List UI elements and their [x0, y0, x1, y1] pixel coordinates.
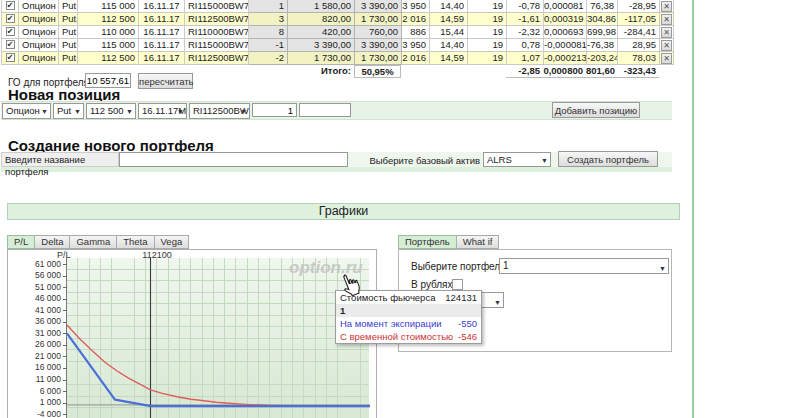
delete-row-button[interactable]: ✕	[661, 40, 672, 51]
cell-strike: 112 500	[78, 52, 139, 65]
cell-strike: 115 000	[78, 39, 139, 52]
charts-header: Графики	[7, 203, 680, 220]
pl-chart-plot[interactable]	[66, 258, 369, 418]
base-asset-label: Выберите базовый актив	[352, 155, 480, 166]
tab-theta[interactable]: Theta	[117, 235, 154, 249]
tooltip-timevalue-label: С временной стоимостью	[340, 332, 453, 342]
cell-days: 19	[468, 52, 507, 65]
cell-days: 19	[468, 0, 507, 13]
y-tick-label: 1 000	[11, 398, 61, 407]
tab-p-l[interactable]: P/L	[7, 235, 35, 249]
tooltip-timevalue-value: -546	[458, 332, 477, 342]
cell-expiry: 16.11.17	[139, 52, 185, 65]
add-position-button[interactable]: Добавить позицию	[552, 102, 640, 118]
cell-expiry: 16.11.17	[139, 13, 185, 26]
option-ru-portfolio-page: ✔ОпционPut115 00016.11.17RI115000BW711 5…	[0, 0, 800, 418]
portfolio-name-label: Введите название портфеля	[1, 152, 119, 167]
cell-price: 3 390,00	[288, 39, 355, 52]
cell-rub: 78,03	[618, 52, 660, 65]
row-checkbox[interactable]: ✔	[2, 39, 19, 52]
base-asset-select[interactable]: ALRS▼	[483, 152, 551, 167]
cell-vega: -76,38	[587, 39, 618, 52]
y-tick-label: 36 000	[11, 317, 61, 326]
cell-price2: 3 390,00	[355, 0, 402, 13]
tab-портфель[interactable]: Портфель	[398, 235, 457, 249]
cell-iv: 14,59	[430, 13, 468, 26]
cell-code: RI110000BW7	[185, 26, 249, 39]
chevron-down-icon: ▼	[659, 263, 666, 274]
position-code-select[interactable]: RI112500BW▼	[189, 103, 250, 119]
cell-iv: 14,40	[430, 0, 468, 13]
row-checkbox[interactable]: ✔	[2, 13, 19, 26]
cell-side: Put	[59, 39, 78, 52]
cell-side: Put	[59, 52, 78, 65]
position-qty-input[interactable]	[252, 103, 297, 117]
cell-qty: 8	[249, 26, 288, 39]
cell-theta: -1,61	[507, 13, 544, 26]
cell-theta: -0,78	[507, 0, 544, 13]
cell-days: 19	[468, 39, 507, 52]
table-row: ✔ОпционPut110 00016.11.17RI110000BW78420…	[2, 26, 673, 39]
delete-row-button[interactable]: ✕	[661, 27, 672, 38]
cell-price: 1 580,00	[288, 0, 355, 13]
cell-price: 420,00	[288, 26, 355, 39]
chevron-down-icon: ▼	[541, 155, 548, 167]
cell-theta: 0,78	[507, 39, 544, 52]
recalculate-button[interactable]: пересчитать	[138, 73, 193, 89]
cell-code: RI115000BW7	[185, 0, 249, 13]
chevron-down-icon: ▼	[41, 106, 48, 118]
cell-type: Опцион	[19, 39, 59, 52]
create-portfolio-button[interactable]: Создать портфель	[558, 151, 658, 167]
y-tick-label: 11 000	[11, 375, 61, 384]
cell-side: Put	[59, 13, 78, 26]
row-checkbox[interactable]: ✔	[2, 52, 19, 65]
position-expiry-select[interactable]: 16.11.17M▼	[138, 103, 187, 119]
cell-price2: 760,00	[355, 26, 402, 39]
totals-gamma: 0,000800	[543, 65, 586, 78]
row-checkbox[interactable]: ✔	[2, 0, 19, 13]
new-portfolio-strip	[1, 167, 672, 172]
cell-vega: 304,86	[587, 13, 618, 26]
cell-code: RI112500BW7	[185, 52, 249, 65]
y-tick-label: 26 000	[11, 340, 61, 349]
delete-row-button[interactable]: ✕	[661, 53, 672, 64]
cell-expiry: 16.11.17	[139, 39, 185, 52]
position-side-select[interactable]: Put▼	[53, 103, 84, 119]
tab-what-if[interactable]: What if	[457, 235, 500, 249]
cell-gamma: 0,000693	[544, 26, 587, 39]
position-strike-select[interactable]: 112 500▼	[86, 103, 136, 119]
portfolio-select[interactable]: 1▼	[499, 258, 669, 274]
cell-price2: 1 730,00	[355, 13, 402, 26]
y-tick-label: 21 000	[11, 352, 61, 361]
cell-code: RI115000BW7	[185, 39, 249, 52]
tab-delta[interactable]: Delta	[35, 235, 70, 249]
tab-gamma[interactable]: Gamma	[70, 235, 117, 249]
cell-expiry: 16.11.17	[139, 0, 185, 13]
rubles-checkbox[interactable]	[452, 279, 463, 290]
y-tick-label: -4 000	[11, 410, 61, 418]
cell-side: Put	[59, 26, 78, 39]
chevron-down-icon: ▼	[177, 106, 184, 118]
totals-percent: 50,95%	[354, 65, 401, 78]
position-type-select[interactable]: Опцион▼	[2, 103, 51, 119]
portfolio-name-input[interactable]	[119, 152, 348, 167]
chevron-down-icon: ▼	[126, 106, 133, 118]
position-extra-field[interactable]	[299, 103, 351, 117]
row-checkbox[interactable]: ✔	[2, 26, 19, 39]
delete-row-button[interactable]: ✕	[661, 1, 672, 12]
tab-vega[interactable]: Vega	[155, 235, 190, 249]
cell-strike: 110 000	[78, 26, 139, 39]
cell-qty: 3	[249, 13, 288, 26]
cell-volume: 2 016	[402, 13, 430, 26]
delete-row-button[interactable]: ✕	[661, 14, 672, 25]
cell-qty: -2	[249, 52, 288, 65]
chevron-down-icon: ▼	[74, 106, 81, 118]
cell-qty: 1	[249, 0, 288, 13]
cell-vega: 699,98	[587, 26, 618, 39]
cell-gamma: 0,000319	[544, 13, 587, 26]
cell-volume: 886	[402, 26, 430, 39]
cell-theta: 1,07	[507, 52, 544, 65]
totals-rub: -323,43	[617, 65, 659, 78]
cell-iv: 15,44	[430, 26, 468, 39]
cell-side: Put	[59, 0, 78, 13]
